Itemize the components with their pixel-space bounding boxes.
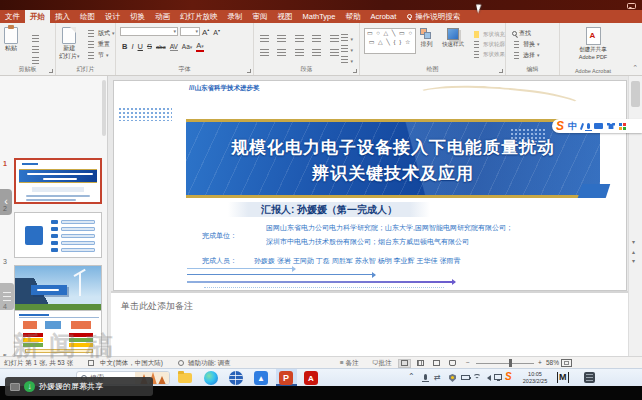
- tab-mathtype[interactable]: MathType: [298, 10, 341, 23]
- taskbar-clock[interactable]: 10:05 2023/2/25: [517, 371, 553, 385]
- line-spacing-button[interactable]: [330, 35, 339, 42]
- slide-thumbnail-4[interactable]: [14, 310, 102, 356]
- browser-globe-icon[interactable]: [229, 371, 243, 385]
- fit-to-window-button[interactable]: [561, 359, 572, 367]
- collapse-ribbon-button[interactable]: ⌃: [632, 64, 638, 72]
- members-label[interactable]: 完成人员：: [202, 256, 237, 266]
- shape-effects-button[interactable]: 形状效果: [472, 50, 505, 58]
- hidden-icons-chevron[interactable]: ⌃: [408, 372, 415, 381]
- bold-button[interactable]: B: [122, 42, 127, 51]
- desktop-peek-icon[interactable]: [584, 372, 595, 383]
- tab-review[interactable]: 审阅: [248, 10, 273, 23]
- select-button[interactable]: 选择▾: [512, 51, 540, 59]
- next-slide-button[interactable]: ▾: [632, 257, 635, 265]
- slide-sorter-view-button[interactable]: [414, 359, 427, 368]
- bullets-button[interactable]: [260, 35, 269, 42]
- tab-home[interactable]: 开始: [25, 10, 50, 23]
- edge-browser-icon[interactable]: [204, 371, 218, 385]
- reset-button[interactable]: 重置: [86, 40, 110, 48]
- tab-help[interactable]: 帮助: [340, 10, 365, 23]
- change-case-button[interactable]: Aa▾: [182, 43, 192, 50]
- zoom-level[interactable]: 58%: [546, 359, 559, 366]
- zoom-slider-track[interactable]: [476, 363, 534, 364]
- notes-pane[interactable]: 单击此处添加备注: [111, 293, 628, 356]
- tab-view[interactable]: 视图: [273, 10, 298, 23]
- reading-view-button[interactable]: [430, 359, 443, 368]
- members-list[interactable]: 孙媛媛 张岩 王同勋 丁磊 周胜军 苏永智 杨明 李业辉 王华佳 张雨青: [254, 256, 461, 266]
- shapes-gallery[interactable]: ▭ ○ △ ╲ ▭ ○ ▭ △ ╲ { } ☆: [364, 28, 416, 54]
- layout-button[interactable]: 版式▾: [86, 29, 115, 37]
- org-line2[interactable]: 深圳市中电电力技术股份有限公司；烟台东方威思顿电气有限公司: [266, 237, 469, 247]
- sogou-logo-icon[interactable]: S: [556, 120, 564, 132]
- increase-indent-button[interactable]: [312, 35, 321, 42]
- ime-keyboard-icon[interactable]: [594, 123, 603, 129]
- screen-share-indicator[interactable]: ↓ 孙媛媛的屏幕共享: [5, 377, 153, 396]
- acrobat-icon[interactable]: A: [304, 371, 318, 385]
- new-slide-button[interactable]: 新建 幻灯片▾: [59, 27, 80, 60]
- video-menu-overlay[interactable]: [0, 283, 14, 310]
- tray-sync-icon[interactable]: ⇄: [434, 373, 441, 382]
- tray-battery-icon[interactable]: [461, 375, 470, 380]
- shrink-font-button[interactable]: A▾: [213, 28, 220, 36]
- meeting-app-icon[interactable]: ▲: [254, 371, 268, 385]
- org-line1[interactable]: 国网山东省电力公司电力科学研究院；山东大学,国网智能电网研究院有限公司；: [266, 223, 513, 233]
- normal-view-button[interactable]: [398, 359, 411, 368]
- scrollbar-thumb[interactable]: [631, 81, 640, 107]
- tray-security-icon[interactable]: [449, 374, 456, 382]
- underline-button[interactable]: U: [138, 42, 143, 51]
- clipboard-dialog-launcher[interactable]: [49, 69, 53, 73]
- award-label[interactable]: ///山东省科学技术进步奖: [189, 84, 259, 93]
- title-banner[interactable]: 规模化电力电子设备接入下电能质量扰动 辨识关键技术及应用: [186, 119, 600, 198]
- notes-placeholder[interactable]: 单击此处添加备注: [121, 300, 193, 313]
- font-size-box[interactable]: [180, 27, 200, 36]
- slide-canvas[interactable]: ///山东省科学技术进步奖 规模化电力电子设备接入下电能质量扰动 辨识关键技术及…: [113, 80, 627, 291]
- zoom-slider-thumb[interactable]: [509, 359, 512, 367]
- grow-font-button[interactable]: A▴: [202, 27, 209, 37]
- ime-chinese-mode-icon[interactable]: 中: [568, 120, 577, 133]
- tray-mic-icon[interactable]: [424, 374, 427, 380]
- decrease-indent-button[interactable]: [295, 35, 304, 42]
- tab-file[interactable]: 文件: [0, 10, 25, 23]
- numbering-button[interactable]: [277, 35, 286, 42]
- mathtype-tray-icon[interactable]: M: [557, 372, 569, 383]
- slideshow-view-button[interactable]: [446, 359, 459, 368]
- tell-me-search[interactable]: 操作说明搜索: [401, 10, 466, 23]
- tab-transitions[interactable]: 切换: [125, 10, 150, 23]
- justify-button[interactable]: [312, 49, 321, 56]
- font-dialog-launcher[interactable]: [247, 69, 251, 73]
- align-right-button[interactable]: [295, 49, 304, 56]
- language-indicator[interactable]: 中文(简体，中国大陆): [100, 359, 163, 368]
- comments-toggle-button[interactable]: 🗨批注: [372, 359, 392, 368]
- presenter-bar[interactable]: 汇报人: 孙媛媛（第一完成人）: [228, 202, 430, 217]
- tray-network-icon[interactable]: [473, 374, 481, 382]
- strikethrough-button[interactable]: S: [147, 42, 152, 51]
- sogou-ime-toolbar[interactable]: S 中: [552, 119, 642, 133]
- zoom-in-button[interactable]: +: [538, 359, 542, 366]
- slide-title-line1[interactable]: 规模化电力电子设备接入下电能质量扰动: [186, 136, 600, 159]
- tray-sogou-icon[interactable]: S: [505, 371, 512, 382]
- replace-button[interactable]: 替换▾: [512, 40, 540, 48]
- tab-insert[interactable]: 插入: [50, 10, 75, 23]
- zoom-out-button[interactable]: −: [466, 359, 470, 366]
- org-label[interactable]: 完成单位：: [202, 231, 237, 241]
- slide-thumbnail-1[interactable]: [14, 158, 102, 204]
- paragraph-dialog-launcher[interactable]: [353, 69, 357, 73]
- ime-skin-icon[interactable]: [607, 123, 615, 129]
- italic-button[interactable]: I: [131, 42, 133, 51]
- shape-outline-button[interactable]: 形状轮廓: [472, 40, 505, 48]
- ime-pen-icon[interactable]: [580, 122, 584, 129]
- tab-draw[interactable]: 绘图: [75, 10, 100, 23]
- columns-button[interactable]: [330, 49, 339, 56]
- character-spacing-button[interactable]: AV: [170, 43, 178, 51]
- paste-button[interactable]: 粘贴: [4, 27, 18, 52]
- theme-icon[interactable]: [88, 360, 94, 366]
- font-color-button[interactable]: A▾: [196, 41, 204, 52]
- ime-mic-icon[interactable]: [587, 123, 590, 129]
- notes-toggle-button[interactable]: ≡ 备注: [340, 359, 359, 368]
- tab-design[interactable]: 设计: [100, 10, 125, 23]
- slide-thumbnail-3[interactable]: [14, 265, 102, 311]
- tab-animations[interactable]: 动画: [150, 10, 175, 23]
- font-name-box[interactable]: [120, 27, 178, 36]
- tab-slideshow[interactable]: 幻灯片放映: [175, 10, 223, 23]
- slide-title-line2[interactable]: 辨识关键技术及应用: [186, 162, 600, 185]
